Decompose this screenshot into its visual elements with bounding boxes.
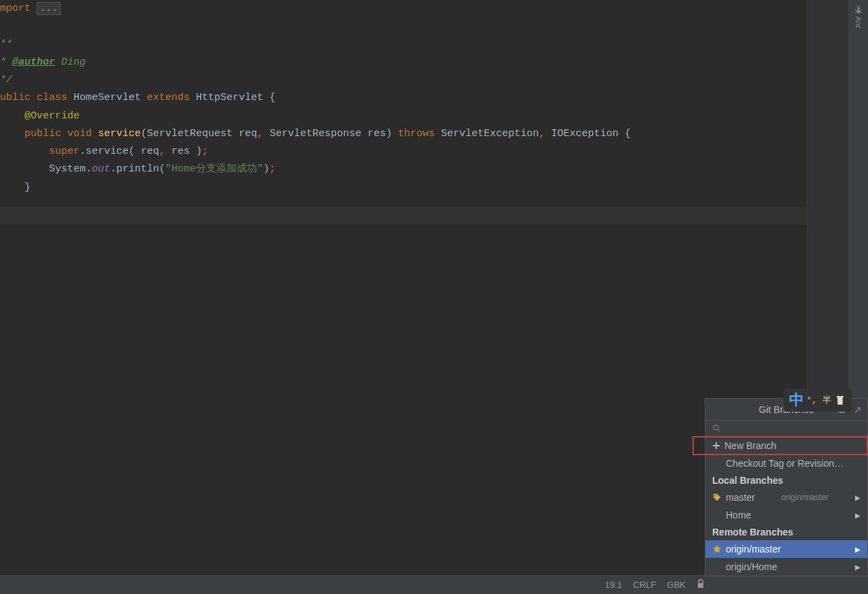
doc-comment: * (0, 56, 12, 68)
doc-tag-author: @author (12, 56, 55, 68)
code-param: (ServletRequest req (141, 128, 257, 139)
code-field: out (92, 163, 110, 175)
code-keyword: ublic class (0, 92, 67, 103)
ime-indicator: 中 °, 半 (784, 389, 852, 412)
branch-home-label: Home (726, 510, 751, 521)
branch-master-tracking: origin/master (782, 493, 829, 502)
branch-master[interactable]: master origin/master ▶ (705, 489, 867, 506)
lock-icon[interactable] (697, 579, 705, 591)
branch-origin-home-label: origin/Home (726, 561, 777, 572)
git-branches-popup: Git Branches ↗ New Branch Checkout Tag o… (705, 398, 868, 576)
tag-icon (712, 493, 722, 502)
code-method: service (98, 128, 141, 139)
import-fold-marker[interactable]: ... (37, 2, 61, 15)
new-branch-label: New Branch (724, 440, 776, 451)
doc-comment: ** (0, 39, 12, 50)
chevron-right-icon: ▶ (855, 494, 861, 501)
svg-point-1 (856, 10, 860, 13)
svg-point-10 (715, 495, 716, 497)
ant-label: Ant (854, 16, 863, 28)
local-branches-header: Local Branches (705, 472, 867, 489)
file-encoding[interactable]: GBK (667, 580, 686, 590)
svg-line-3 (858, 6, 861, 7)
git-search-row[interactable] (705, 421, 867, 437)
branch-origin-master[interactable]: origin/master ▶ (705, 540, 867, 558)
code-editor[interactable]: mport ... ** * @author Ding */ ublic cla… (0, 0, 807, 575)
shirt-icon (834, 394, 846, 406)
doc-comment: Ding (55, 56, 86, 68)
checkout-tag-label: Checkout Tag or Revision… (726, 458, 844, 469)
chevron-right-icon: ▶ (855, 546, 861, 553)
svg-line-6 (854, 12, 856, 14)
ime-zhong-icon: 中 (789, 390, 804, 410)
checkout-tag-item[interactable]: Checkout Tag or Revision… (705, 455, 867, 472)
svg-point-0 (857, 7, 860, 10)
code-type: HomeServlet (67, 92, 147, 103)
code-annotation: @Override (24, 110, 80, 122)
svg-line-7 (860, 12, 862, 14)
code-keyword: public void (24, 128, 92, 139)
doc-comment: */ (0, 74, 12, 86)
svg-line-2 (856, 6, 858, 7)
cursor-highlight-line (0, 207, 807, 225)
branch-master-label: master (726, 492, 755, 503)
line-ending[interactable]: CRLF (633, 580, 656, 590)
plus-icon (712, 442, 720, 450)
ant-icon (854, 5, 863, 15)
remote-branches-header: Remote Branches (705, 524, 867, 540)
branch-origin-home[interactable]: origin/Home ▶ (705, 558, 867, 576)
svg-line-4 (854, 10, 856, 11)
svg-rect-11 (698, 583, 703, 588)
svg-line-5 (860, 10, 862, 11)
code-keyword: mport (0, 3, 31, 14)
ime-mode-text: °, 半 (807, 394, 831, 406)
code-keyword: extends (147, 92, 190, 103)
svg-line-9 (718, 429, 720, 432)
code-content[interactable]: mport ... ** * @author Ding */ ublic cla… (0, 0, 807, 197)
code-type: HttpServlet { (190, 92, 276, 103)
branch-home[interactable]: Home ▶ (705, 506, 867, 524)
search-icon (712, 424, 722, 433)
ant-tool-tab[interactable]: Ant (848, 5, 868, 28)
code-keyword: super (49, 146, 80, 157)
branch-origin-master-label: origin/master (726, 544, 781, 555)
code-keyword: throws (398, 128, 435, 139)
svg-point-8 (714, 425, 718, 430)
new-branch-item[interactable]: New Branch (693, 437, 867, 455)
chevron-right-icon: ▶ (855, 563, 861, 571)
star-icon (712, 544, 722, 554)
status-bar: 19:1 CRLF GBK (0, 575, 868, 594)
chevron-right-icon: ▶ (855, 512, 861, 519)
code-string: "Home分支添加成功" (165, 163, 263, 175)
cursor-position[interactable]: 19:1 (605, 580, 622, 590)
resize-icon[interactable]: ↗ (854, 404, 862, 415)
